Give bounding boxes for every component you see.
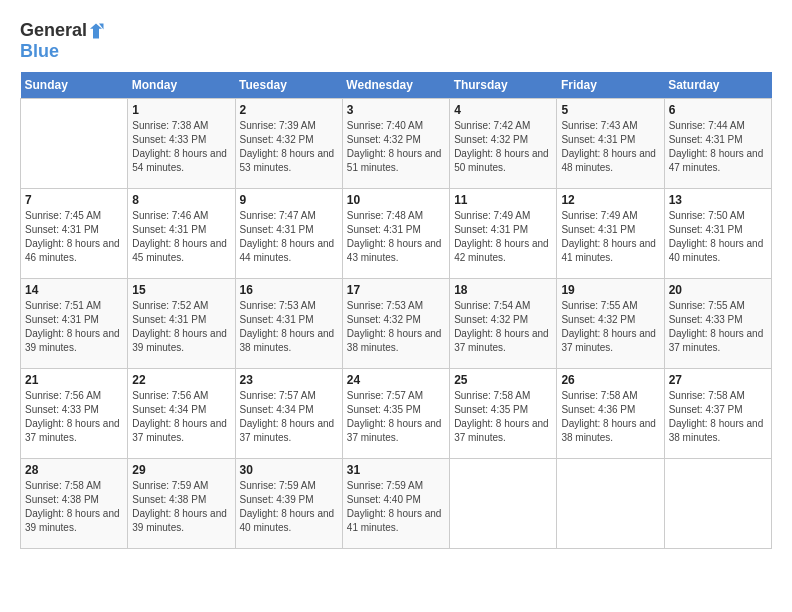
calendar-cell: 23Sunrise: 7:57 AMSunset: 4:34 PMDayligh…: [235, 369, 342, 459]
day-info: Sunrise: 7:55 AMSunset: 4:33 PMDaylight:…: [669, 299, 767, 355]
day-info: Sunrise: 7:47 AMSunset: 4:31 PMDaylight:…: [240, 209, 338, 265]
day-number: 1: [132, 103, 230, 117]
day-number: 29: [132, 463, 230, 477]
day-number: 21: [25, 373, 123, 387]
calendar-cell: 13Sunrise: 7:50 AMSunset: 4:31 PMDayligh…: [664, 189, 771, 279]
calendar-cell: [450, 459, 557, 549]
day-number: 10: [347, 193, 445, 207]
calendar-cell: 14Sunrise: 7:51 AMSunset: 4:31 PMDayligh…: [21, 279, 128, 369]
calendar-cell: 17Sunrise: 7:53 AMSunset: 4:32 PMDayligh…: [342, 279, 449, 369]
day-info: Sunrise: 7:48 AMSunset: 4:31 PMDaylight:…: [347, 209, 445, 265]
day-info: Sunrise: 7:49 AMSunset: 4:31 PMDaylight:…: [561, 209, 659, 265]
calendar-cell: 20Sunrise: 7:55 AMSunset: 4:33 PMDayligh…: [664, 279, 771, 369]
calendar-cell: [557, 459, 664, 549]
day-number: 7: [25, 193, 123, 207]
calendar-cell: 26Sunrise: 7:58 AMSunset: 4:36 PMDayligh…: [557, 369, 664, 459]
calendar-week-3: 21Sunrise: 7:56 AMSunset: 4:33 PMDayligh…: [21, 369, 772, 459]
calendar-cell: 19Sunrise: 7:55 AMSunset: 4:32 PMDayligh…: [557, 279, 664, 369]
day-number: 5: [561, 103, 659, 117]
calendar-cell: 4Sunrise: 7:42 AMSunset: 4:32 PMDaylight…: [450, 99, 557, 189]
day-number: 11: [454, 193, 552, 207]
day-number: 17: [347, 283, 445, 297]
day-info: Sunrise: 7:50 AMSunset: 4:31 PMDaylight:…: [669, 209, 767, 265]
calendar-cell: 1Sunrise: 7:38 AMSunset: 4:33 PMDaylight…: [128, 99, 235, 189]
day-info: Sunrise: 7:56 AMSunset: 4:33 PMDaylight:…: [25, 389, 123, 445]
day-info: Sunrise: 7:39 AMSunset: 4:32 PMDaylight:…: [240, 119, 338, 175]
calendar-cell: 11Sunrise: 7:49 AMSunset: 4:31 PMDayligh…: [450, 189, 557, 279]
day-info: Sunrise: 7:58 AMSunset: 4:37 PMDaylight:…: [669, 389, 767, 445]
day-info: Sunrise: 7:54 AMSunset: 4:32 PMDaylight:…: [454, 299, 552, 355]
day-info: Sunrise: 7:53 AMSunset: 4:32 PMDaylight:…: [347, 299, 445, 355]
calendar-body: 1Sunrise: 7:38 AMSunset: 4:33 PMDaylight…: [21, 99, 772, 549]
logo-icon: [87, 22, 105, 40]
logo-general: General: [20, 20, 87, 41]
calendar-table: SundayMondayTuesdayWednesdayThursdayFrid…: [20, 72, 772, 549]
day-number: 23: [240, 373, 338, 387]
day-number: 27: [669, 373, 767, 387]
day-info: Sunrise: 7:55 AMSunset: 4:32 PMDaylight:…: [561, 299, 659, 355]
calendar-week-0: 1Sunrise: 7:38 AMSunset: 4:33 PMDaylight…: [21, 99, 772, 189]
calendar-cell: 28Sunrise: 7:58 AMSunset: 4:38 PMDayligh…: [21, 459, 128, 549]
header-friday: Friday: [557, 72, 664, 99]
day-info: Sunrise: 7:59 AMSunset: 4:39 PMDaylight:…: [240, 479, 338, 535]
day-info: Sunrise: 7:53 AMSunset: 4:31 PMDaylight:…: [240, 299, 338, 355]
day-number: 25: [454, 373, 552, 387]
calendar-cell: 5Sunrise: 7:43 AMSunset: 4:31 PMDaylight…: [557, 99, 664, 189]
page-header: GeneralBlue: [20, 20, 772, 62]
calendar-week-4: 28Sunrise: 7:58 AMSunset: 4:38 PMDayligh…: [21, 459, 772, 549]
day-number: 13: [669, 193, 767, 207]
day-info: Sunrise: 7:45 AMSunset: 4:31 PMDaylight:…: [25, 209, 123, 265]
calendar-cell: 30Sunrise: 7:59 AMSunset: 4:39 PMDayligh…: [235, 459, 342, 549]
day-number: 31: [347, 463, 445, 477]
day-info: Sunrise: 7:42 AMSunset: 4:32 PMDaylight:…: [454, 119, 552, 175]
day-number: 24: [347, 373, 445, 387]
calendar-cell: 3Sunrise: 7:40 AMSunset: 4:32 PMDaylight…: [342, 99, 449, 189]
calendar-cell: 16Sunrise: 7:53 AMSunset: 4:31 PMDayligh…: [235, 279, 342, 369]
day-number: 4: [454, 103, 552, 117]
day-info: Sunrise: 7:40 AMSunset: 4:32 PMDaylight:…: [347, 119, 445, 175]
day-info: Sunrise: 7:44 AMSunset: 4:31 PMDaylight:…: [669, 119, 767, 175]
day-number: 19: [561, 283, 659, 297]
day-number: 20: [669, 283, 767, 297]
logo: GeneralBlue: [20, 20, 105, 62]
calendar-cell: 29Sunrise: 7:59 AMSunset: 4:38 PMDayligh…: [128, 459, 235, 549]
day-info: Sunrise: 7:57 AMSunset: 4:34 PMDaylight:…: [240, 389, 338, 445]
calendar-cell: 10Sunrise: 7:48 AMSunset: 4:31 PMDayligh…: [342, 189, 449, 279]
header-saturday: Saturday: [664, 72, 771, 99]
day-number: 2: [240, 103, 338, 117]
day-info: Sunrise: 7:52 AMSunset: 4:31 PMDaylight:…: [132, 299, 230, 355]
day-info: Sunrise: 7:38 AMSunset: 4:33 PMDaylight:…: [132, 119, 230, 175]
calendar-cell: 24Sunrise: 7:57 AMSunset: 4:35 PMDayligh…: [342, 369, 449, 459]
day-number: 28: [25, 463, 123, 477]
calendar-cell: [664, 459, 771, 549]
calendar-week-1: 7Sunrise: 7:45 AMSunset: 4:31 PMDaylight…: [21, 189, 772, 279]
day-info: Sunrise: 7:46 AMSunset: 4:31 PMDaylight:…: [132, 209, 230, 265]
calendar-cell: 25Sunrise: 7:58 AMSunset: 4:35 PMDayligh…: [450, 369, 557, 459]
calendar-cell: 6Sunrise: 7:44 AMSunset: 4:31 PMDaylight…: [664, 99, 771, 189]
day-info: Sunrise: 7:58 AMSunset: 4:35 PMDaylight:…: [454, 389, 552, 445]
day-number: 14: [25, 283, 123, 297]
day-number: 30: [240, 463, 338, 477]
calendar-cell: 18Sunrise: 7:54 AMSunset: 4:32 PMDayligh…: [450, 279, 557, 369]
calendar-cell: 15Sunrise: 7:52 AMSunset: 4:31 PMDayligh…: [128, 279, 235, 369]
day-number: 16: [240, 283, 338, 297]
calendar-week-2: 14Sunrise: 7:51 AMSunset: 4:31 PMDayligh…: [21, 279, 772, 369]
header-thursday: Thursday: [450, 72, 557, 99]
day-info: Sunrise: 7:57 AMSunset: 4:35 PMDaylight:…: [347, 389, 445, 445]
calendar-cell: 8Sunrise: 7:46 AMSunset: 4:31 PMDaylight…: [128, 189, 235, 279]
day-number: 8: [132, 193, 230, 207]
day-info: Sunrise: 7:51 AMSunset: 4:31 PMDaylight:…: [25, 299, 123, 355]
day-number: 18: [454, 283, 552, 297]
day-info: Sunrise: 7:49 AMSunset: 4:31 PMDaylight:…: [454, 209, 552, 265]
day-info: Sunrise: 7:43 AMSunset: 4:31 PMDaylight:…: [561, 119, 659, 175]
calendar-cell: 7Sunrise: 7:45 AMSunset: 4:31 PMDaylight…: [21, 189, 128, 279]
calendar-cell: 9Sunrise: 7:47 AMSunset: 4:31 PMDaylight…: [235, 189, 342, 279]
header-monday: Monday: [128, 72, 235, 99]
day-info: Sunrise: 7:58 AMSunset: 4:36 PMDaylight:…: [561, 389, 659, 445]
calendar-cell: 27Sunrise: 7:58 AMSunset: 4:37 PMDayligh…: [664, 369, 771, 459]
day-number: 22: [132, 373, 230, 387]
header-tuesday: Tuesday: [235, 72, 342, 99]
day-number: 12: [561, 193, 659, 207]
calendar-header-row: SundayMondayTuesdayWednesdayThursdayFrid…: [21, 72, 772, 99]
day-info: Sunrise: 7:59 AMSunset: 4:38 PMDaylight:…: [132, 479, 230, 535]
